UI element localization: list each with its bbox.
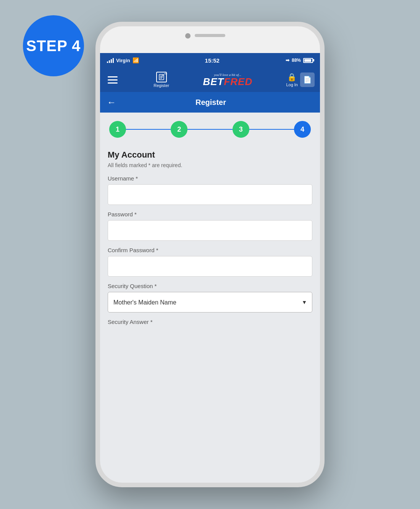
signal-icon bbox=[107, 58, 114, 63]
step-1-label: 1 bbox=[116, 126, 120, 134]
status-time: 15:52 bbox=[205, 57, 220, 64]
status-right: ➡ 88% bbox=[286, 58, 313, 63]
step-badge: STEP 4 bbox=[23, 15, 84, 76]
step-4-circle: 4 bbox=[294, 121, 311, 138]
app-navbar: Register you'll love a bit of... BETFRED… bbox=[100, 68, 320, 92]
register-page-title: Register bbox=[120, 98, 302, 107]
document-icon: 📄 bbox=[303, 76, 312, 84]
login-nav-button[interactable]: 🔒 Log In bbox=[286, 72, 298, 87]
register-icon bbox=[156, 72, 167, 82]
security-question-select[interactable]: Mother's Maiden Name Name of first pet C… bbox=[108, 292, 312, 312]
lock-icon: 🔒 bbox=[287, 72, 297, 82]
battery-percent: 88% bbox=[292, 58, 301, 63]
step-3-circle: 3 bbox=[233, 121, 249, 138]
security-answer-label: Security Answer * bbox=[108, 319, 312, 325]
phone-speaker bbox=[195, 34, 225, 37]
security-question-field-group: Security Question * Mother's Maiden Name… bbox=[108, 283, 312, 312]
betfred-logo: you'll love a bit of... BETFRED bbox=[203, 73, 252, 87]
step-1-circle: 1 bbox=[109, 121, 126, 138]
step-progress: 1 2 3 4 bbox=[100, 113, 320, 144]
step-3-label: 3 bbox=[239, 126, 243, 134]
back-button[interactable]: ← bbox=[107, 97, 116, 108]
password-field-group: Password * bbox=[108, 211, 312, 241]
status-bar: Virgin 📶 15:52 ➡ 88% bbox=[100, 53, 320, 68]
step-2-label: 2 bbox=[177, 126, 181, 134]
phone-camera bbox=[185, 33, 191, 39]
betfred-brand: BETFRED bbox=[203, 77, 252, 87]
phone-frame: Virgin 📶 15:52 ➡ 88% bbox=[95, 22, 325, 487]
form-area: My Account All fields marked * are requi… bbox=[100, 144, 320, 483]
password-input[interactable] bbox=[108, 220, 312, 241]
step-line: 1 2 3 4 bbox=[109, 121, 311, 138]
username-label: Username * bbox=[108, 175, 312, 182]
step-connector-line bbox=[120, 129, 300, 130]
login-nav-label: Log In bbox=[286, 82, 298, 87]
register-nav-button[interactable]: Register bbox=[153, 72, 169, 88]
status-left: Virgin 📶 bbox=[107, 57, 139, 63]
betfred-bet: BET bbox=[203, 76, 224, 87]
confirm-password-input[interactable] bbox=[108, 256, 312, 277]
security-question-label: Security Question * bbox=[108, 283, 312, 289]
username-field-group: Username * bbox=[108, 175, 312, 205]
hamburger-menu-button[interactable] bbox=[105, 74, 120, 86]
security-answer-field-group: Security Answer * bbox=[108, 319, 312, 325]
nav-right-actions: 🔒 Log In 📄 bbox=[286, 72, 315, 87]
form-section-title: My Account bbox=[108, 150, 312, 160]
register-nav-label: Register bbox=[153, 83, 169, 88]
location-icon: ➡ bbox=[286, 58, 289, 63]
password-label: Password * bbox=[108, 211, 312, 217]
wifi-icon: 📶 bbox=[132, 57, 139, 63]
confirm-password-field-group: Confirm Password * bbox=[108, 247, 312, 277]
security-question-select-wrapper: Mother's Maiden Name Name of first pet C… bbox=[108, 292, 312, 312]
form-required-note: All fields marked * are required. bbox=[108, 162, 312, 168]
register-header: ← Register bbox=[100, 92, 320, 113]
battery-icon bbox=[303, 58, 313, 63]
betfred-fred: FRED bbox=[224, 76, 252, 87]
confirm-password-label: Confirm Password * bbox=[108, 247, 312, 253]
carrier-label: Virgin bbox=[116, 58, 130, 63]
username-input[interactable] bbox=[108, 184, 312, 205]
step-2-circle: 2 bbox=[171, 121, 187, 138]
document-nav-button[interactable]: 📄 bbox=[300, 72, 315, 87]
step-badge-text: STEP 4 bbox=[26, 37, 81, 54]
step-4-label: 4 bbox=[300, 126, 304, 134]
phone-top-bezel bbox=[100, 26, 320, 53]
